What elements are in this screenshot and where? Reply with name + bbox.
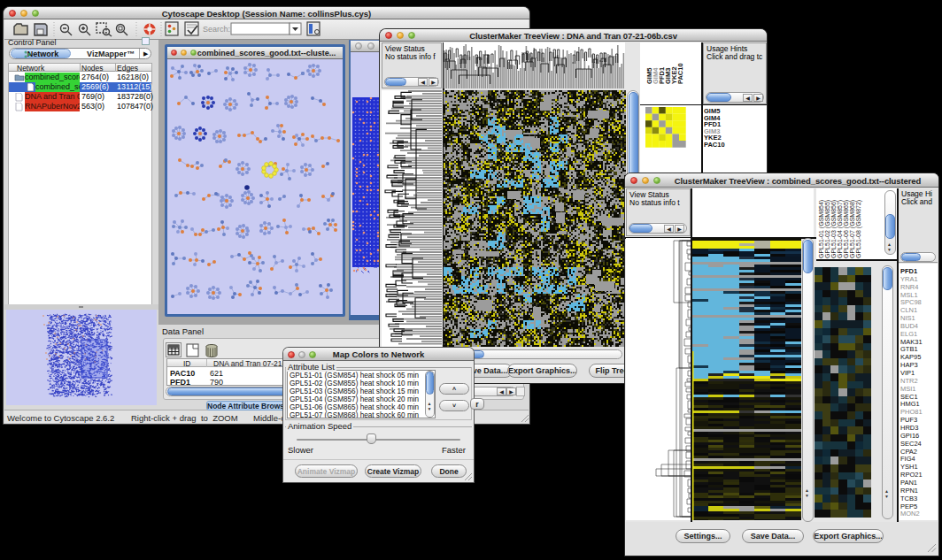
svg-text:Search:: Search: — [203, 25, 230, 34]
